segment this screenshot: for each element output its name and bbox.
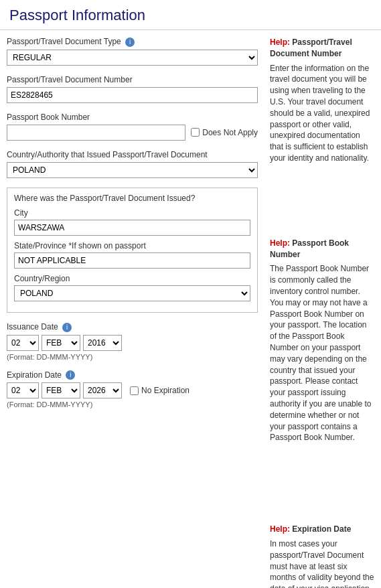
issuance-info-icon[interactable]: i bbox=[62, 323, 72, 332]
doc-number-input[interactable] bbox=[7, 87, 258, 103]
country-authority-select[interactable]: POLAND UNITED STATES GERMANY bbox=[7, 162, 258, 178]
country-authority-label: Country/Authority that Issued Passport/T… bbox=[7, 150, 258, 159]
expiration-year-select[interactable]: 202620252027 bbox=[83, 382, 122, 398]
help-section: Help: Passport/Travel Document Number En… bbox=[264, 37, 374, 588]
doc-type-group: Passport/Travel Document Type i REGULAR … bbox=[7, 37, 258, 66]
state-input[interactable] bbox=[14, 252, 250, 269]
help-expiration: Help: Expiration Date In most cases your… bbox=[270, 524, 374, 588]
doc-type-info-icon[interactable]: i bbox=[125, 38, 135, 47]
issuance-date-label: Issuance Date i bbox=[7, 322, 258, 332]
does-not-apply-label[interactable]: Does Not Apply bbox=[191, 128, 258, 137]
expiration-date-row: 020103 FEBJANMAR 202620252027 No Expirat… bbox=[7, 382, 258, 398]
passport-book-label: Passport Book Number bbox=[7, 113, 258, 122]
doc-type-label: Passport/Travel Document Type i bbox=[7, 37, 258, 47]
doc-number-group: Passport/Travel Document Number bbox=[7, 75, 258, 103]
passport-book-row: Does Not Apply bbox=[7, 125, 258, 141]
help-doc-number-text: Enter the information on the travel docu… bbox=[270, 63, 374, 164]
passport-book-input[interactable] bbox=[7, 125, 185, 141]
expiration-format-hint: (Format: DD-MMM-YYYY) bbox=[7, 400, 258, 409]
no-expiration-checkbox[interactable] bbox=[130, 386, 139, 395]
issuance-day-select[interactable]: 020103 bbox=[7, 335, 39, 351]
country-authority-group: Country/Authority that Issued Passport/T… bbox=[7, 150, 258, 178]
where-issued-fieldset: Where was the Passport/Travel Document I… bbox=[7, 188, 258, 313]
issuance-year-select[interactable]: 201620152017 bbox=[83, 335, 122, 351]
state-group: State/Province *If shown on passport bbox=[14, 241, 250, 269]
state-label: State/Province *If shown on passport bbox=[14, 241, 250, 250]
doc-type-select[interactable]: REGULAR PASSPORT CARD VISA OTHER bbox=[7, 50, 258, 66]
help-doc-number-title: Help: Passport/Travel Document Number bbox=[270, 37, 374, 60]
expiration-day-select[interactable]: 020103 bbox=[7, 382, 39, 398]
country-region-select[interactable]: POLAND UNITED STATES GERMANY bbox=[14, 285, 250, 301]
help-doc-number: Help: Passport/Travel Document Number En… bbox=[270, 37, 374, 164]
expiration-month-select[interactable]: FEBJANMAR bbox=[42, 382, 80, 398]
help-book-number-text: The Passport Book Number is commonly cal… bbox=[270, 263, 374, 443]
where-issued-title: Where was the Passport/Travel Document I… bbox=[14, 194, 250, 203]
issuance-month-select[interactable]: FEBJANMAR bbox=[42, 335, 80, 351]
form-section: Passport/Travel Document Type i REGULAR … bbox=[7, 37, 264, 588]
country-region-group: Country/Region POLAND UNITED STATES GERM… bbox=[14, 274, 250, 301]
expiration-info-icon[interactable]: i bbox=[66, 370, 75, 380]
no-expiration-label[interactable]: No Expiration bbox=[130, 386, 189, 395]
passport-book-group: Passport Book Number Does Not Apply bbox=[7, 113, 258, 141]
country-region-label: Country/Region bbox=[14, 274, 250, 283]
does-not-apply-checkbox[interactable] bbox=[191, 128, 200, 137]
doc-number-label: Passport/Travel Document Number bbox=[7, 75, 258, 84]
page-title: Passport Information bbox=[0, 0, 381, 30]
help-expiration-title: Help: Expiration Date bbox=[270, 524, 374, 535]
issuance-format-hint: (Format: DD-MMM-YYYY) bbox=[7, 353, 258, 361]
city-input[interactable] bbox=[14, 220, 250, 236]
help-book-number-title: Help: Passport Book Number bbox=[270, 238, 374, 261]
city-label: City bbox=[14, 208, 250, 218]
city-group: City bbox=[14, 208, 250, 236]
issuance-date-row: 020103 FEBJANMAR 201620152017 bbox=[7, 335, 258, 351]
expiration-date-label: Expiration Date i bbox=[7, 370, 258, 380]
issuance-date-group: Issuance Date i 020103 FEBJANMAR 2016201… bbox=[7, 322, 258, 361]
help-expiration-text: In most cases your passport/Travel Docum… bbox=[270, 538, 374, 588]
help-book-number: Help: Passport Book Number The Passport … bbox=[270, 238, 374, 443]
expiration-date-group: Expiration Date i 020103 FEBJANMAR 20262… bbox=[7, 370, 258, 409]
